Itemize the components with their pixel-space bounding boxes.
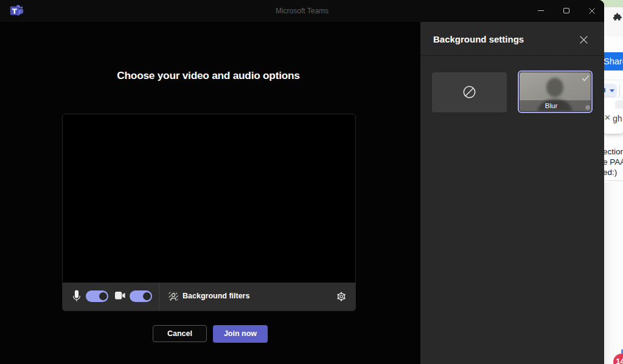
svg-text:Blur: Blur [545, 102, 558, 109]
